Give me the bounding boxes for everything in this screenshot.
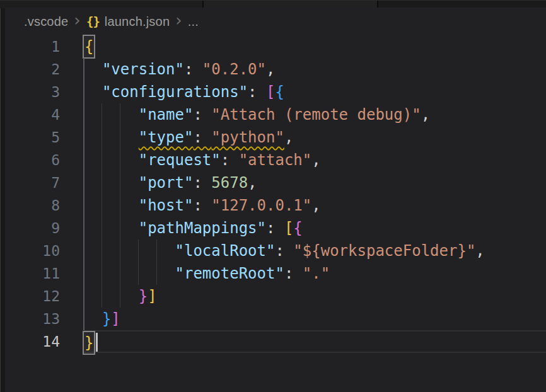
code-token[interactable]: : bbox=[193, 129, 211, 146]
code-token[interactable]: "request" bbox=[139, 151, 221, 169]
line-number[interactable]: 7 bbox=[5, 171, 84, 194]
code-token[interactable]: "." bbox=[303, 265, 330, 282]
code-token[interactable]: , bbox=[311, 151, 320, 169]
code-line-content[interactable]: "remoteRoot": "." bbox=[84, 262, 546, 285]
breadcrumb-folder[interactable]: .vscode bbox=[24, 14, 68, 29]
code-token[interactable]: , bbox=[311, 197, 320, 214]
code-token[interactable]: "${workspaceFolder}" bbox=[293, 242, 475, 260]
code-line-content[interactable]: } bbox=[84, 330, 546, 353]
code-line-content[interactable]: "configurations": [{ bbox=[84, 81, 546, 103]
code-token[interactable]: "name" bbox=[139, 106, 194, 124]
code-line[interactable]: 5 "type": "python", bbox=[5, 126, 546, 149]
code-token[interactable] bbox=[84, 242, 175, 260]
code-token[interactable]: } bbox=[139, 287, 148, 305]
code-line[interactable]: 6 "request": "attach", bbox=[5, 149, 546, 171]
code-line[interactable]: 1{ bbox=[5, 35, 546, 58]
code-token[interactable]: : bbox=[248, 83, 266, 101]
line-number[interactable]: 3 bbox=[5, 81, 84, 103]
code-token[interactable]: 5678 bbox=[211, 174, 248, 192]
line-number[interactable]: 9 bbox=[5, 217, 84, 239]
code-token[interactable]: "port" bbox=[139, 174, 194, 192]
code-token[interactable]: [ bbox=[284, 219, 293, 237]
code-token[interactable]: } bbox=[102, 310, 111, 328]
code-line[interactable]: 10 "localRoot": "${workspaceFolder}", bbox=[5, 239, 546, 262]
code-token[interactable]: , bbox=[266, 61, 275, 78]
code-token[interactable] bbox=[84, 310, 102, 328]
line-number[interactable]: 2 bbox=[5, 58, 84, 81]
line-number[interactable]: 6 bbox=[5, 149, 84, 171]
code-token[interactable]: [ bbox=[266, 83, 275, 101]
code-line[interactable]: 12 }] bbox=[5, 285, 546, 308]
code-token[interactable]: "0.2.0" bbox=[202, 61, 266, 78]
code-token[interactable]: { bbox=[293, 219, 302, 237]
code-token[interactable]: "127.0.0.1" bbox=[211, 197, 311, 214]
code-token[interactable] bbox=[84, 219, 139, 237]
breadcrumb-file[interactable]: launch.json bbox=[105, 14, 170, 29]
code-token[interactable]: : bbox=[275, 242, 293, 260]
code-line[interactable]: 8 "host": "127.0.0.1", bbox=[5, 194, 546, 217]
line-number[interactable]: 10 bbox=[5, 239, 84, 262]
line-number[interactable]: 13 bbox=[5, 308, 84, 330]
code-line[interactable]: 14} bbox=[5, 330, 546, 353]
code-token[interactable]: : bbox=[184, 61, 202, 78]
code-token[interactable] bbox=[84, 287, 139, 305]
line-number[interactable]: 5 bbox=[5, 126, 84, 149]
line-number[interactable]: 8 bbox=[5, 194, 84, 217]
line-number[interactable]: 4 bbox=[5, 103, 84, 126]
code-line-content[interactable]: "port": 5678, bbox=[84, 171, 546, 194]
code-token[interactable]: { bbox=[275, 83, 284, 101]
code-token[interactable]: "configurations" bbox=[102, 83, 248, 101]
code-token[interactable]: , bbox=[421, 106, 430, 124]
code-line-content[interactable]: "host": "127.0.0.1", bbox=[84, 194, 546, 217]
code-line-content[interactable]: "version": "0.2.0", bbox=[84, 58, 546, 81]
code-token[interactable]: , bbox=[475, 242, 484, 260]
code-token[interactable]: : bbox=[284, 265, 303, 282]
code-token[interactable]: : bbox=[193, 174, 211, 192]
code-line[interactable]: 13 }] bbox=[5, 308, 546, 330]
code-line-content[interactable]: }] bbox=[84, 308, 546, 330]
code-token[interactable]: : bbox=[193, 197, 211, 214]
code-token[interactable] bbox=[84, 151, 139, 169]
code-token[interactable]: , bbox=[284, 129, 293, 146]
code-token[interactable]: "remoteRoot" bbox=[175, 265, 284, 282]
code-token[interactable]: "python" bbox=[211, 129, 284, 146]
code-token[interactable] bbox=[84, 265, 175, 282]
warning-squiggle[interactable]: "type": "python" bbox=[139, 129, 284, 146]
bracket-match[interactable]: { bbox=[84, 36, 94, 57]
code-line-content[interactable]: "pathMappings": [{ bbox=[84, 217, 546, 239]
code-token[interactable] bbox=[84, 197, 139, 214]
code-token[interactable] bbox=[84, 174, 139, 192]
code-line[interactable]: 2 "version": "0.2.0", bbox=[5, 58, 546, 81]
code-token[interactable]: "attach" bbox=[239, 151, 312, 169]
code-token[interactable]: "host" bbox=[139, 197, 194, 214]
code-line[interactable]: 7 "port": 5678, bbox=[5, 171, 546, 194]
code-line-content[interactable]: "localRoot": "${workspaceFolder}", bbox=[84, 239, 546, 262]
code-token[interactable] bbox=[84, 106, 139, 124]
line-number[interactable]: 12 bbox=[5, 285, 84, 308]
line-number[interactable]: 11 bbox=[5, 262, 84, 285]
code-token[interactable]: : bbox=[221, 151, 239, 169]
code-line[interactable]: 9 "pathMappings": [{ bbox=[5, 217, 546, 239]
code-token[interactable]: "Attach (remote debug)" bbox=[211, 106, 421, 124]
code-token[interactable] bbox=[84, 83, 102, 101]
breadcrumb-symbol-more[interactable]: ... bbox=[188, 14, 199, 29]
code-line[interactable]: 11 "remoteRoot": "." bbox=[5, 262, 546, 285]
code-token[interactable]: "localRoot" bbox=[175, 242, 276, 260]
line-number[interactable]: 1 bbox=[5, 35, 84, 58]
code-token[interactable]: , bbox=[248, 174, 257, 192]
code-line-content[interactable]: }] bbox=[84, 285, 546, 308]
code-token[interactable]: : bbox=[193, 106, 211, 124]
code-line-content[interactable]: "name": "Attach (remote debug)", bbox=[84, 103, 546, 126]
code-token[interactable]: : bbox=[266, 219, 284, 237]
code-token[interactable]: "type" bbox=[139, 129, 194, 146]
code-token[interactable]: "version" bbox=[102, 61, 184, 78]
line-number[interactable]: 14 bbox=[5, 330, 84, 353]
code-line-content[interactable]: { bbox=[84, 35, 546, 58]
code-line[interactable]: 3 "configurations": [{ bbox=[5, 81, 546, 103]
code-token[interactable] bbox=[84, 129, 139, 146]
code-token[interactable] bbox=[84, 61, 102, 78]
bracket-match[interactable]: } bbox=[84, 332, 94, 354]
code-line[interactable]: 4 "name": "Attach (remote debug)", bbox=[5, 103, 546, 126]
code-line-content[interactable]: "request": "attach", bbox=[84, 149, 546, 171]
code-token[interactable]: ] bbox=[111, 310, 120, 328]
